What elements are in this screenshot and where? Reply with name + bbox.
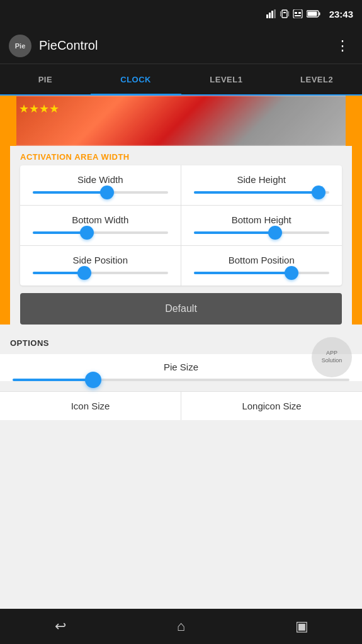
- slider-label-bottom-position: Bottom Position: [191, 255, 332, 265]
- svg-rect-2: [271, 11, 273, 18]
- slider-label-bottom-width: Bottom Width: [30, 214, 171, 225]
- pie-size-section: Pie Size: [0, 354, 362, 381]
- activation-section: ACTIVATION AREA WIDTH Side Width Side He…: [0, 146, 362, 325]
- tab-level1[interactable]: LEVEL1: [181, 64, 272, 94]
- svg-rect-11: [295, 15, 301, 16]
- tab-clock[interactable]: CLOCK: [91, 64, 181, 94]
- activation-orange-right: [352, 146, 362, 325]
- slider-thumb-side-position[interactable]: [77, 266, 91, 280]
- battery-icon: [307, 10, 320, 18]
- svg-rect-1: [269, 13, 271, 18]
- slider-thumb-side-width[interactable]: [100, 186, 114, 199]
- slider-thumb-bottom-position[interactable]: [285, 266, 298, 280]
- slider-cell-bottom-height: Bottom Height: [181, 206, 342, 246]
- slider-track-side-position[interactable]: [33, 272, 168, 274]
- orange-right-handle: [346, 96, 362, 146]
- default-button-container: Default: [20, 293, 342, 325]
- slider-fill-bottom-position: [194, 272, 291, 274]
- slider-thumb-side-height[interactable]: [312, 186, 325, 199]
- status-bar: 23:43: [0, 0, 362, 28]
- slider-cell-side-position: Side Position: [20, 246, 181, 286]
- slider-cell-bottom-width: Bottom Width: [20, 206, 181, 246]
- status-icons: 23:43: [266, 9, 353, 19]
- svg-rect-10: [298, 12, 301, 14]
- slider-fill-bottom-height: [194, 231, 275, 234]
- orange-left-handle: [0, 96, 16, 146]
- tab-pie[interactable]: PIE: [0, 64, 91, 94]
- slider-track-side-width[interactable]: [33, 191, 168, 194]
- back-icon: ↩: [55, 618, 66, 635]
- svg-rect-5: [283, 12, 286, 13]
- pie-size-slider-track[interactable]: [13, 379, 349, 381]
- slider-label-bottom-height: Bottom Height: [191, 214, 332, 225]
- vibrate-icon: [280, 9, 289, 18]
- svg-rect-0: [266, 14, 268, 18]
- slider-fill-side-height: [194, 191, 319, 194]
- nav-back-button[interactable]: ↩: [42, 614, 79, 639]
- default-button[interactable]: Default: [20, 293, 342, 325]
- slider-label-side-position: Side Position: [30, 255, 171, 265]
- tab-bar: PIE CLOCK LEVEL1 LEVEL2: [0, 64, 362, 96]
- svg-rect-9: [295, 12, 297, 14]
- slider-cell-side-width: Side Width: [20, 165, 181, 206]
- recents-icon: ▣: [295, 618, 308, 635]
- app-solution-watermark: APP Solution: [312, 337, 352, 377]
- overflow-menu-button[interactable]: ⋮: [332, 34, 353, 58]
- slider-thumb-bottom-height[interactable]: [268, 226, 282, 240]
- sliders-grid: Side Width Side Height Bottom Width: [20, 165, 342, 286]
- home-icon: ⌂: [177, 618, 185, 635]
- svg-rect-8: [293, 9, 302, 18]
- slider-label-side-width: Side Width: [30, 174, 171, 185]
- icon-size-cell: Icon Size: [0, 392, 181, 420]
- status-time: 23:43: [329, 9, 353, 19]
- activation-section-header: ACTIVATION AREA WIDTH: [10, 146, 352, 165]
- slider-thumb-bottom-width[interactable]: [80, 226, 94, 240]
- nav-bar: ↩ ⌂ ▣: [0, 609, 362, 644]
- slider-label-side-height: Side Height: [191, 174, 332, 185]
- app-title: PieControl: [39, 38, 332, 53]
- icon-size-row: Icon Size Longicon Size: [0, 391, 362, 420]
- preview-area: ★★★★: [0, 96, 362, 146]
- tab-level2[interactable]: LEVEL2: [271, 64, 362, 94]
- svg-rect-13: [319, 13, 320, 16]
- longicon-size-cell: Longicon Size: [181, 392, 362, 420]
- pie-size-label: Pie Size: [10, 354, 352, 379]
- nav-home-button[interactable]: ⌂: [162, 614, 200, 639]
- svg-rect-14: [307, 12, 317, 16]
- slider-track-bottom-width[interactable]: [33, 231, 168, 234]
- slider-track-bottom-height[interactable]: [194, 231, 330, 234]
- app-logo: Pie: [9, 35, 31, 57]
- sim-icon: [293, 9, 303, 18]
- slider-track-bottom-position[interactable]: [194, 272, 330, 274]
- svg-rect-3: [274, 9, 276, 18]
- slider-cell-bottom-position: Bottom Position: [181, 246, 342, 286]
- preview-stars: ★★★★: [19, 102, 59, 116]
- options-section: OPTIONS APP Solution: [0, 332, 362, 348]
- signal-icon: [266, 9, 276, 18]
- svg-rect-4: [282, 10, 287, 18]
- app-bar: Pie PieControl ⋮: [0, 28, 362, 64]
- slider-fill-side-width: [33, 191, 107, 194]
- slider-fill-bottom-width: [33, 231, 87, 234]
- options-header: OPTIONS: [10, 338, 352, 348]
- nav-recents-button[interactable]: ▣: [283, 614, 320, 639]
- slider-track-side-height[interactable]: [194, 191, 330, 194]
- slider-fill-side-position: [33, 272, 84, 274]
- pie-size-slider-fill: [13, 379, 93, 381]
- activation-orange-left: [0, 146, 10, 325]
- slider-cell-side-height: Side Height: [181, 165, 342, 206]
- pie-size-slider-thumb[interactable]: [85, 372, 101, 388]
